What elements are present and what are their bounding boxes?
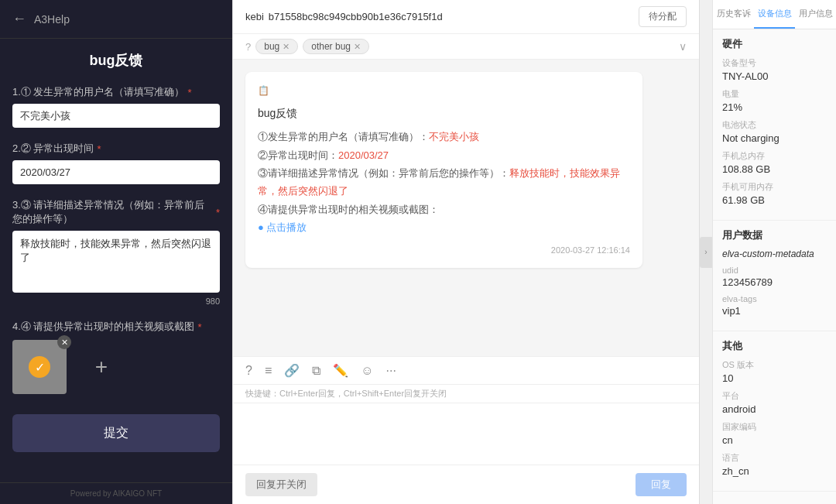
field-avail-memory: 手机可用内存 61.98 GB <box>722 181 827 206</box>
left-header: ← A3Help <box>0 0 232 39</box>
tags-dropdown-icon[interactable]: ∨ <box>679 40 687 53</box>
field-battery-status: 电池状态 Not charging <box>722 119 827 144</box>
toolbar-question-icon[interactable]: ? <box>245 364 252 378</box>
toolbar-copy-icon[interactable]: ⧉ <box>312 364 320 378</box>
close-button[interactable]: 回复开关闭 <box>245 473 317 496</box>
tab-user[interactable]: 用户信息 <box>795 0 836 29</box>
tab-device[interactable]: 设备信息 <box>754 0 795 29</box>
required-mark-1: * <box>187 87 191 98</box>
field-device-model: 设备型号 TNY-AL00 <box>722 57 827 82</box>
toolbar-list-icon[interactable]: ≡ <box>265 364 272 378</box>
image-thumbnail: ✓ ✕ <box>12 340 67 394</box>
reply-button[interactable]: 回复 <box>636 473 687 496</box>
form-section-time: 2.② 异常出现时间 * <box>12 142 220 184</box>
left-form-content: bug反馈 1.① 发生异常的用户名（请填写准确） * 2.② 异常出现时间 *… <box>0 39 232 482</box>
assign-button[interactable]: 待分配 <box>639 6 687 27</box>
message-timestamp: 2020-03-27 12:16:14 <box>258 243 630 258</box>
tags-bar: ? bug ✕ other bug ✕ ∨ <box>233 34 699 60</box>
time-input[interactable] <box>12 160 220 184</box>
right-panel: 历史客诉 设备信息 用户信息 硬件 设备型号 TNY-AL00 电量 21% 电… <box>712 0 836 504</box>
tag-other-bug-remove[interactable]: ✕ <box>354 42 361 52</box>
user-data-title: 用户数据 <box>722 228 827 242</box>
middle-footer: 回复开关闭 回复 <box>233 465 699 504</box>
bubble-icon: 📋 <box>258 83 269 98</box>
hardware-section: 硬件 设备型号 TNY-AL00 电量 21% 电池状态 Not chargin… <box>713 29 836 221</box>
time-value: 2020/03/27 <box>338 149 389 161</box>
username-value: 不完美小孩 <box>429 131 479 142</box>
form-label-desc: 3.③ 请详细描述异常情况（例如：异常前后您的操作等） * <box>12 198 220 226</box>
tag-bug: bug ✕ <box>255 39 298 54</box>
form-label-image: 4.④ 请提供异常出现时的相关视频或截图 * <box>12 320 220 334</box>
image-check-icon: ✓ <box>29 356 50 378</box>
bubble-line-3: ③请详细描述异常情况（例如：异常前后您的操作等）：释放技能时，技能效果异常，然后… <box>258 164 630 201</box>
user-data-section: 用户数据 elva-custom-metadata udid 123456789… <box>713 221 836 331</box>
desc-textarea[interactable]: 释放技能时，技能效果异常，然后突然闪退了 <box>12 231 220 293</box>
bubble-header: 📋 <box>258 83 630 98</box>
required-mark-2: * <box>97 143 101 155</box>
message-bubble: 📋 bug反馈 ①发生异常的用户名（请填写准确）：不完美小孩 ②异常出现时间：2… <box>245 72 642 268</box>
field-os-version: OS 版本 10 <box>722 359 827 384</box>
field-battery-percent: 电量 21% <box>722 88 827 113</box>
field-language: 语言 zh_cn <box>722 452 827 477</box>
tags-question-icon[interactable]: ? <box>245 41 251 53</box>
collapse-arrow-button[interactable]: › <box>700 237 712 268</box>
bubble-line-2: ②异常出现时间：2020/03/27 <box>258 146 630 164</box>
left-footer: Powered by AIKAIGO NFT <box>0 482 232 504</box>
middle-panel: kebi b71558bc98c949cbb90b1e36c7915f1d 待分… <box>232 0 700 504</box>
app-title: A3Help <box>34 13 70 26</box>
char-count: 980 <box>12 297 220 306</box>
middle-toolbar: ? ≡ 🔗 ⧉ ✏️ ☺ ··· <box>233 356 699 384</box>
reply-input-area[interactable] <box>233 403 699 465</box>
field-total-memory: 手机总内存 108.88 GB <box>722 150 827 175</box>
shortcut-hint: 快捷键：Ctrl+Enter回复，Ctrl+Shift+Enter回复开关闭 <box>233 384 699 403</box>
image-remove-button[interactable]: ✕ <box>57 335 71 349</box>
field-udid: udid 123456789 <box>722 266 827 288</box>
toolbar-emoji-icon[interactable]: ☺ <box>361 364 373 378</box>
field-elva-tags: elva-tags vip1 <box>722 294 827 317</box>
bubble-link[interactable]: ● 点击播放 <box>258 218 630 236</box>
required-mark-3: * <box>216 207 220 218</box>
ticket-id: kebi b71558bc98c949cbb90b1e36c7915f1d <box>245 11 443 22</box>
hardware-title: 硬件 <box>722 37 827 51</box>
toolbar-link-icon[interactable]: 🔗 <box>284 363 300 378</box>
submit-button[interactable]: 提交 <box>12 414 220 452</box>
middle-header: kebi b71558bc98c949cbb90b1e36c7915f1d 待分… <box>233 0 699 34</box>
image-upload-area: ✓ ✕ + <box>12 340 220 394</box>
username-input[interactable] <box>12 104 220 128</box>
tab-history[interactable]: 历史客诉 <box>713 0 754 29</box>
form-section-image: 4.④ 请提供异常出现时的相关视频或截图 * ✓ ✕ + <box>12 320 220 394</box>
toolbar-more-icon[interactable]: ··· <box>386 364 396 378</box>
tag-bug-remove[interactable]: ✕ <box>283 42 290 52</box>
left-panel: ← A3Help bug反馈 1.① 发生异常的用户名（请填写准确） * 2.②… <box>0 0 232 504</box>
message-list: 📋 bug反馈 ①发生异常的用户名（请填写准确）：不完美小孩 ②异常出现时间：2… <box>233 60 699 356</box>
form-section-username: 1.① 发生异常的用户名（请填写准确） * <box>12 85 220 128</box>
kebi-label: kebi <box>245 11 264 22</box>
form-label-username: 1.① 发生异常的用户名（请填写准确） * <box>12 85 220 99</box>
toolbar-edit-icon[interactable]: ✏️ <box>333 363 348 378</box>
back-button[interactable]: ← <box>12 11 26 27</box>
other-section: 其他 OS 版本 10 平台 android 国家编码 cn 语言 zh_cn <box>713 331 836 492</box>
bubble-line-4: ④请提供异常出现时的相关视频或截图： <box>258 201 630 218</box>
other-title: 其他 <box>722 339 827 353</box>
tag-other-bug: other bug ✕ <box>303 39 369 54</box>
right-tabs: 历史客诉 设备信息 用户信息 <box>713 0 836 29</box>
ticket-hash: b71558bc98c949cbb90b1e36c7915f1d <box>269 11 443 22</box>
bubble-title: bug反馈 <box>258 105 630 123</box>
plus-icon: + <box>95 355 108 379</box>
form-title: bug反馈 <box>12 51 220 70</box>
field-platform: 平台 android <box>722 390 827 415</box>
form-section-desc: 3.③ 请详细描述异常情况（例如：异常前后您的操作等） * 释放技能时，技能效果… <box>12 198 220 306</box>
bubble-line-1: ①发生异常的用户名（请填写准确）：不完美小孩 <box>258 128 630 146</box>
image-add-button[interactable]: + <box>74 340 128 394</box>
field-country-code: 国家编码 cn <box>722 421 827 446</box>
form-label-time: 2.② 异常出现时间 * <box>12 142 220 156</box>
required-mark-4: * <box>197 321 201 333</box>
field-custom-metadata: elva-custom-metadata <box>722 249 827 259</box>
